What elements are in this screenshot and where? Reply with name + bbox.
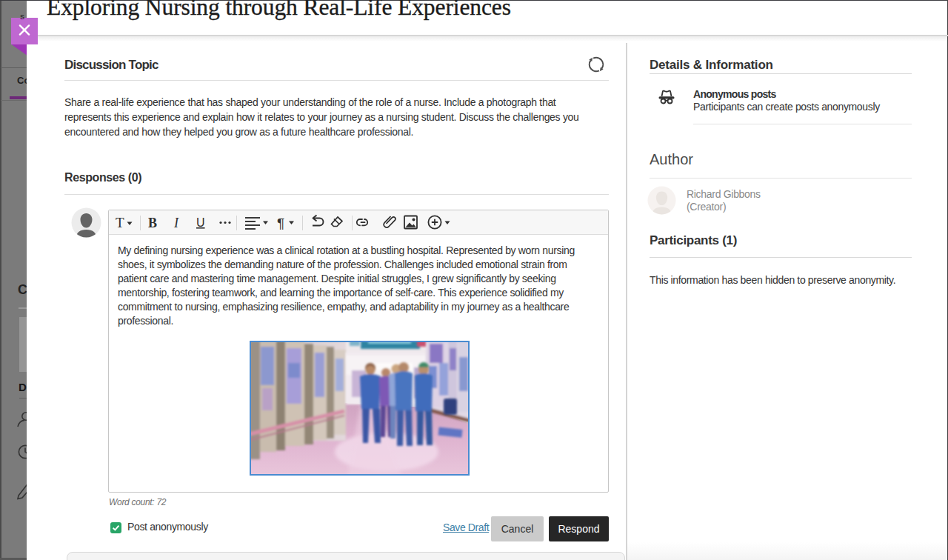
svg-text:B: B [148,216,157,230]
svg-text:T: T [116,215,124,230]
svg-text:U: U [196,216,205,229]
svg-text:I: I [173,216,179,230]
svg-text:¶: ¶ [277,216,284,231]
